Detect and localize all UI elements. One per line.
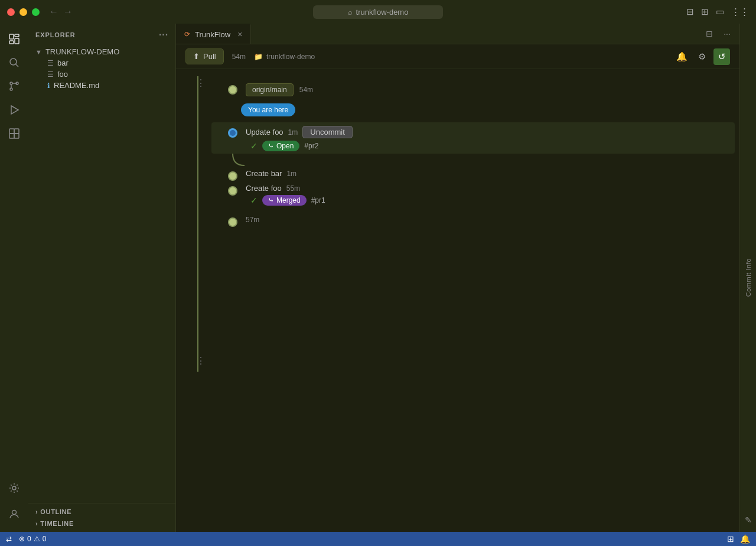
settings-button[interactable]: ⚙ [693, 48, 710, 65]
activity-git-icon[interactable] [4, 76, 25, 97]
update-foo-main: Update foo 1m Uncommit [246, 126, 735, 138]
minimize-button[interactable] [19, 8, 27, 16]
back-arrow-icon[interactable]: ← [49, 6, 58, 17]
file-icon-bar: ☰ [47, 59, 54, 67]
sidebar-header: Explorer ··· [28, 24, 175, 44]
tab-trunkflow-label: TrunkFlow [195, 30, 230, 39]
uncommit-button[interactable]: Uncommit [302, 126, 353, 138]
open-badge-icon: ⤷ [268, 142, 274, 150]
status-layout-icon[interactable]: ⊞ [727, 534, 734, 544]
update-foo-sub: ✓ ⤷ Open #pr2 [246, 141, 735, 151]
pr1-label: #pr1 [311, 196, 325, 204]
create-foo-main: Create foo 55m [246, 184, 739, 193]
layout-icon[interactable]: ⊞ [701, 6, 709, 17]
tab-trunkflow-icon: ⟳ [184, 30, 190, 38]
create-bar-content: Create bar 1m [228, 169, 739, 178]
status-remote[interactable]: ⇄ [6, 535, 12, 543]
create-bar-dot [228, 171, 237, 181]
remote-icon: ⇄ [6, 535, 12, 543]
folder-name: TRUNKFLOW-DEMO [45, 47, 119, 56]
timeline-label: TIMELINE [40, 520, 74, 527]
activity-extensions-icon[interactable] [4, 123, 25, 144]
folder-trunkflow-demo[interactable]: ▼ TRUNKFLOW-DEMO [28, 46, 175, 57]
activity-explorer-icon[interactable] [4, 28, 25, 50]
main-layout: Explorer ··· ▼ TRUNKFLOW-DEMO ☰ bar ☰ fo… [0, 24, 756, 532]
tab-more-icon[interactable]: ··· [719, 26, 735, 41]
svg-rect-0 [9, 34, 14, 39]
activity-account-icon[interactable] [4, 503, 25, 525]
file-icon-readme: ℹ [47, 82, 50, 90]
create-foo-sub: ✓ ⤷ Merged #pr1 [246, 195, 739, 206]
pull-label: Pull [203, 52, 216, 61]
titlebar: ← → ⌕ trunkflow-demo ⊟ ⊞ ▭ ⋮⋮ [0, 0, 756, 24]
toolbar-folder: 📁 trunkflow-demo [254, 53, 315, 61]
create-foo-title: Create foo [246, 184, 282, 193]
file-bar[interactable]: ☰ bar [28, 57, 175, 69]
sidebar: Explorer ··· ▼ TRUNKFLOW-DEMO ☰ bar ☰ fo… [28, 24, 176, 532]
check-icon-pr1: ✓ [250, 196, 258, 205]
commit-graph: ⋮ origin/main 54m You are here [176, 76, 739, 372]
bottom-time: 57m [246, 216, 259, 224]
more-icon[interactable]: ⋮⋮ [731, 6, 749, 17]
sidebar-section-outline[interactable]: › OUTLINE [28, 506, 175, 518]
search-icon: ⌕ [348, 8, 353, 17]
update-foo-content: Update foo 1m Uncommit ✓ ⤷ Open #pr2 [228, 126, 735, 151]
maximize-button[interactable] [32, 8, 40, 16]
activity-run-icon[interactable] [4, 99, 25, 121]
pr2-label: #pr2 [304, 142, 318, 150]
svg-rect-12 [9, 129, 14, 134]
status-errors[interactable]: ⊗ 0 ⚠ 0 [19, 535, 46, 543]
tab-bar-actions: ⊟ ··· [697, 24, 739, 44]
pull-button[interactable]: ⬆ Pull [185, 48, 224, 64]
window-controls [7, 8, 40, 16]
open-badge-label: Open [276, 142, 294, 150]
forward-arrow-icon[interactable]: → [63, 6, 73, 17]
svg-point-14 [12, 486, 16, 490]
sidebar-more-icon[interactable]: ··· [159, 30, 168, 40]
tab-split-icon[interactable]: ⊟ [702, 26, 717, 41]
edit-icon[interactable]: ✎ [745, 515, 752, 525]
activity-settings-icon[interactable] [4, 477, 25, 499]
timeline-arrow-icon: › [35, 520, 38, 527]
create-bar-time: 1m [286, 170, 296, 178]
commit-update-foo-row: Update foo 1m Uncommit ✓ ⤷ Open #pr2 [211, 122, 735, 154]
outline-label: OUTLINE [40, 508, 71, 515]
file-tree: ▼ TRUNKFLOW-DEMO ☰ bar ☰ foo ℹ README.md [28, 44, 175, 503]
error-count: 0 [27, 535, 31, 543]
status-bell-icon[interactable]: 🔔 [740, 534, 750, 544]
commit-create-foo-row: Create foo 55m ✓ ⤷ Merged #pr1 [211, 180, 739, 208]
update-foo-time: 1m [288, 128, 298, 136]
update-foo-dot [228, 128, 237, 138]
create-foo-time: 55m [286, 184, 300, 193]
trunkflow-tab[interactable]: ⟳ TrunkFlow × [176, 24, 251, 44]
toolbar: ⬆ Pull 54m 📁 trunkflow-demo 🔔 ⚙ ↺ [176, 44, 739, 69]
merged-badge-label: Merged [276, 196, 301, 204]
file-foo[interactable]: ☰ foo [28, 69, 175, 80]
bell-button[interactable]: 🔔 [673, 48, 690, 65]
warning-icon: ⚠ [34, 535, 40, 543]
bottom-dot [228, 217, 237, 227]
activity-search-icon[interactable] [4, 52, 25, 73]
tab-close-icon[interactable]: × [237, 30, 242, 39]
origin-main-badge[interactable]: origin/main [246, 83, 294, 96]
merged-badge[interactable]: ⤷ Merged [262, 195, 307, 206]
editor-area: ⟳ TrunkFlow × ⊟ ··· ⬆ Pull 54m 📁 trunkfl… [176, 24, 739, 532]
sidebar-section-timeline[interactable]: › TIMELINE [28, 518, 175, 529]
file-readme[interactable]: ℹ README.md [28, 80, 175, 91]
svg-point-8 [10, 88, 12, 90]
svg-rect-1 [15, 34, 19, 37]
close-button[interactable] [7, 8, 15, 16]
svg-rect-11 [14, 129, 19, 134]
open-badge[interactable]: ⤷ Open [262, 141, 299, 151]
commit-create-bar-row: Create bar 1m [211, 165, 739, 180]
split-view-icon[interactable]: ⊟ [686, 6, 694, 17]
folder-icon: 📁 [254, 53, 263, 61]
titlebar-actions: ⊟ ⊞ ▭ ⋮⋮ [686, 6, 749, 17]
check-icon-pr2: ✓ [250, 141, 258, 151]
origin-dot [228, 85, 237, 95]
titlebar-search[interactable]: ⌕ trunkflow-demo [313, 5, 443, 19]
refresh-button[interactable]: ↺ [713, 48, 730, 65]
activity-bottom [4, 477, 25, 527]
pull-icon: ⬆ [193, 52, 200, 61]
panel-icon[interactable]: ▭ [716, 6, 724, 17]
